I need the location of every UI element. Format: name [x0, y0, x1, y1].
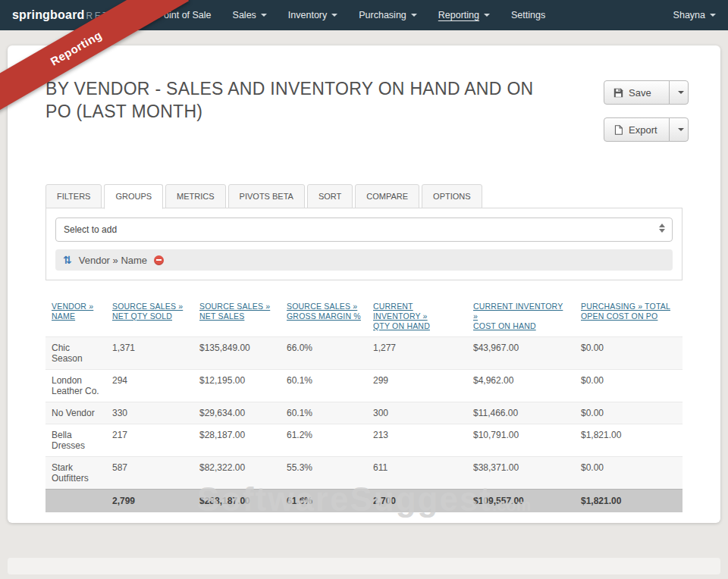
save-button[interactable]: Save [604, 80, 670, 105]
cell-gross-margin: 61.2% [281, 424, 367, 457]
sort-updown-icon: ⇅ [63, 254, 72, 266]
column-header-line: COST ON HAND [473, 321, 569, 331]
group-add-select[interactable]: Select to add [55, 218, 673, 242]
group-item[interactable]: ⇅ Vendor » Name [55, 249, 673, 271]
groups-panel: Select to add ⇅ Vendor » Name [46, 208, 682, 280]
column-header-cost-on-hand[interactable]: CURRENT INVENTORY » COST ON HAND [467, 302, 575, 337]
cell-open-cost: $0.00 [575, 337, 682, 370]
column-header-line: VENDOR » [52, 302, 100, 311]
tab-metrics[interactable]: METRICS [165, 184, 226, 208]
cell-net-sales: $82,322.00 [193, 457, 281, 490]
column-header-vendor-name[interactable]: VENDOR » NAME [46, 302, 106, 337]
nav-sales[interactable]: Sales [233, 10, 267, 20]
cell-qty-sold: 294 [106, 370, 193, 402]
save-dropdown-button[interactable] [669, 80, 689, 105]
table-row: London Leather Co. 294 $12,195.00 60.1% … [46, 370, 682, 402]
export-button-group: Export [604, 117, 689, 142]
cell-vendor: Stark Outfitters [46, 457, 106, 490]
tab-pivots-beta[interactable]: PIVOTS BETA [228, 184, 305, 208]
column-header-line: SOURCE SALES » [199, 302, 275, 311]
cell-net-sales: $29,634.00 [193, 402, 281, 424]
report-table: VENDOR » NAME SOURCE SALES » NET QTY SOL… [46, 302, 682, 512]
cell-cost-on-hand: $4,962.00 [467, 370, 575, 402]
user-menu[interactable]: Shayna [673, 10, 716, 20]
cell-net-sales: $12,195.00 [193, 370, 281, 402]
table-row: No Vendor 330 $29,634.00 60.1% 300 $11,4… [46, 402, 682, 424]
file-export-icon-svg [613, 125, 623, 135]
column-header-line: CURRENT INVENTORY » [473, 302, 569, 321]
cell-qty-on-hand: 299 [367, 370, 467, 402]
nav-settings[interactable]: Settings [511, 10, 545, 20]
column-header-gross-margin[interactable]: SOURCE SALES » GROSS MARGIN % [281, 302, 367, 337]
caret-down-icon [331, 14, 337, 17]
cell-gross-margin: 60.1% [281, 370, 367, 402]
export-button-label: Export [629, 124, 657, 136]
report-tabs: FILTERS GROUPS METRICS PIVOTS BETA SORT … [46, 184, 682, 208]
tab-groups[interactable]: GROUPS [104, 184, 163, 209]
column-header-line: NET QTY SOLD [112, 311, 187, 321]
cell-cost-on-hand: $43,967.00 [467, 337, 575, 370]
column-header-line: NAME [52, 311, 100, 321]
tab-sort[interactable]: SORT [307, 184, 353, 208]
group-add-select-value: Select to add [64, 224, 117, 235]
file-export-icon [613, 125, 623, 135]
cell-gross-margin: 55.3% [281, 457, 367, 490]
column-header-net-qty-sold[interactable]: SOURCE SALES » NET QTY SOLD [106, 302, 193, 337]
cell-qty-sold: 1,371 [106, 337, 193, 370]
save-button-label: Save [629, 87, 651, 99]
cell-open-cost: $0.00 [575, 370, 682, 402]
cell-totals-net-sales: $288,187.00 [193, 490, 281, 513]
column-header-line: NET SALES [199, 311, 275, 321]
header-row: VENDOR » NAME SOURCE SALES » NET QTY SOL… [46, 302, 682, 337]
cell-open-cost: $1,821.00 [575, 424, 682, 457]
nav-sales-label: Sales [233, 10, 256, 20]
cell-totals-label [46, 490, 106, 513]
export-dropdown-button[interactable] [669, 117, 689, 142]
column-header-net-sales[interactable]: SOURCE SALES » NET SALES [193, 302, 281, 337]
select-stepper-icon [659, 224, 665, 233]
column-header-line: PURCHASING » TOTAL [581, 302, 676, 311]
caret-down-icon [411, 14, 417, 17]
nav-inventory[interactable]: Inventory [288, 10, 337, 20]
column-header-line: SOURCE SALES » [287, 302, 361, 311]
tab-options[interactable]: OPTIONS [422, 184, 482, 208]
cell-qty-on-hand: 611 [367, 457, 467, 490]
caret-down-icon [710, 14, 716, 17]
main-nav: Point of Sale Sales Inventory Purchasing… [158, 10, 546, 20]
cell-vendor: Bella Dresses [46, 424, 106, 457]
column-header-line: SOURCE SALES » [112, 302, 187, 311]
export-button[interactable]: Export [604, 117, 670, 142]
nav-purchasing[interactable]: Purchasing [359, 10, 417, 20]
cell-qty-sold: 217 [106, 424, 193, 457]
totals-row: 2,799 $288,187.00 61.6% 2,700 $109,557.0… [46, 490, 682, 513]
cell-vendor: No Vendor [46, 402, 106, 424]
page: springboard RETAIL Point of Sale Sales I… [0, 0, 728, 579]
cell-totals-gross-margin: 61.6% [281, 490, 367, 513]
caret-down-icon [484, 14, 490, 17]
column-header-open-cost-on-po[interactable]: PURCHASING » TOTAL OPEN COST ON PO [575, 302, 682, 337]
triangle-down-icon [659, 229, 665, 233]
nav-settings-label: Settings [511, 10, 545, 20]
cell-qty-sold: 330 [106, 402, 193, 424]
cell-open-cost: $0.00 [575, 457, 682, 490]
report-card: BY VENDOR - SALES AND INVENTORY ON HAND … [8, 45, 720, 523]
cell-vendor: London Leather Co. [46, 370, 106, 402]
cell-totals-open-cost: $1,821.00 [575, 490, 682, 513]
floppy-disk-icon-svg [613, 88, 623, 98]
remove-group-icon[interactable] [154, 255, 164, 265]
cell-totals-qty-sold: 2,799 [106, 490, 193, 513]
cell-vendor: Chic Season [46, 337, 106, 370]
nav-inventory-label: Inventory [288, 10, 327, 20]
column-header-qty-on-hand[interactable]: CURRENT INVENTORY » QTY ON HAND [367, 302, 467, 337]
report-body: FILTERS GROUPS METRICS PIVOTS BETA SORT … [46, 184, 682, 512]
nav-reporting[interactable]: Reporting [438, 10, 490, 20]
cell-cost-on-hand: $11,466.00 [467, 402, 575, 424]
cell-gross-margin: 66.0% [281, 337, 367, 370]
column-header-line: CURRENT INVENTORY » [373, 302, 461, 321]
cell-cost-on-hand: $10,791.00 [467, 424, 575, 457]
tab-filters[interactable]: FILTERS [46, 184, 102, 208]
tab-compare[interactable]: COMPARE [355, 184, 419, 208]
user-name: Shayna [673, 10, 705, 20]
floppy-disk-icon [613, 88, 623, 98]
bottom-card-peek [8, 558, 720, 574]
